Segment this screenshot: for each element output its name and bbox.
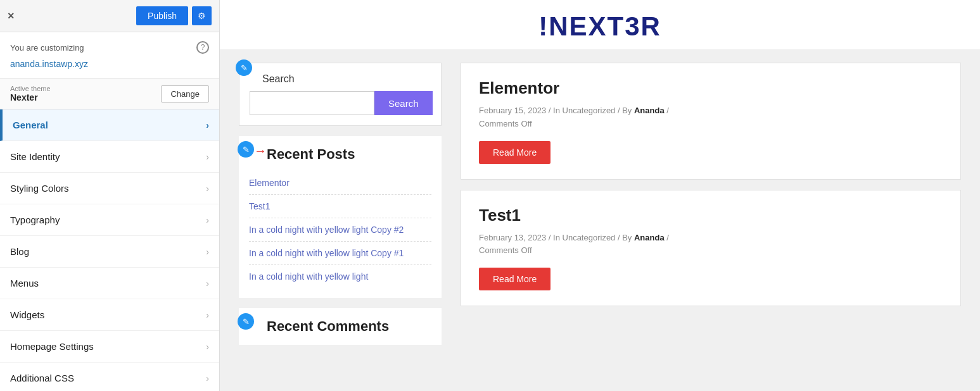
chevron-icon: › xyxy=(206,152,209,162)
chevron-icon: › xyxy=(206,278,209,289)
sidebar-item-styling-colors[interactable]: Styling Colors› xyxy=(0,173,219,204)
chevron-icon: › xyxy=(206,215,209,225)
read-more-button[interactable]: Read More xyxy=(479,268,550,290)
search-input[interactable] xyxy=(250,91,374,115)
main-content-area: ✎ Search Search ✎ → Recent Posts Element… xyxy=(220,50,980,357)
blog-card-meta: February 13, 2023 / In Uncategorized / B… xyxy=(479,232,943,258)
widgets-sidebar: ✎ Search Search ✎ → Recent Posts Element… xyxy=(239,63,442,345)
sidebar-item-homepage-settings[interactable]: Homepage Settings› xyxy=(0,331,219,363)
recent-posts-list: ElementorTest1In a cold night with yello… xyxy=(249,171,431,288)
menu-item-label: Additional CSS xyxy=(10,373,74,383)
top-bar: × Publish ⚙ xyxy=(0,0,219,32)
recent-post-link[interactable]: Test1 xyxy=(249,195,431,218)
blog-card: Test1 February 13, 2023 / In Uncategoriz… xyxy=(461,190,961,307)
search-widget: ✎ Search Search xyxy=(239,63,442,126)
gear-button[interactable]: ⚙ xyxy=(192,6,212,25)
theme-info: Active theme Nexter xyxy=(10,85,51,102)
menu-item-label: General xyxy=(13,120,48,130)
menu-item-label: Blog xyxy=(10,246,29,257)
customizing-bar: You are customizing ? xyxy=(0,32,219,59)
recent-comments-widget: ✎ Recent Comments xyxy=(239,308,442,345)
blog-card-title: Test1 xyxy=(479,206,943,225)
read-more-button[interactable]: Read More xyxy=(479,141,550,164)
theme-name: Nexter xyxy=(10,92,51,102)
search-submit-button[interactable]: Search xyxy=(374,91,433,115)
site-url-domain: instawp.xyz xyxy=(42,59,88,69)
sidebar-item-additional-css[interactable]: Additional CSS› xyxy=(0,363,219,391)
customizer-preview: !NEXT3R ✎ Search Search ✎ → Recent Posts… xyxy=(220,0,980,391)
recent-post-link[interactable]: In a cold night with yellow light Copy #… xyxy=(249,218,431,242)
recent-posts-title: Recent Posts xyxy=(249,146,431,163)
menu-item-label: Typography xyxy=(10,214,60,225)
site-header: !NEXT3R xyxy=(220,0,980,50)
theme-bar: Active theme Nexter Change xyxy=(0,78,219,109)
change-theme-button[interactable]: Change xyxy=(161,85,209,102)
blog-card: Elementor February 15, 2023 / In Uncateg… xyxy=(461,63,961,180)
chevron-icon: › xyxy=(206,310,209,320)
recent-comments-edit-icon[interactable]: ✎ xyxy=(238,313,254,330)
chevron-icon: › xyxy=(206,342,209,352)
blog-card-title: Elementor xyxy=(479,78,943,98)
sidebar-item-site-identity[interactable]: Site Identity› xyxy=(0,141,219,173)
sidebar-item-general[interactable]: General› xyxy=(0,109,219,141)
recent-comments-title: Recent Comments xyxy=(249,318,431,335)
arrow-indicator: → xyxy=(254,144,267,158)
menu-item-label: Widgets xyxy=(10,309,44,320)
recent-post-link[interactable]: Elementor xyxy=(249,171,431,195)
chevron-icon: › xyxy=(206,183,209,194)
active-theme-label: Active theme xyxy=(10,85,51,92)
search-widget-edit-icon[interactable]: ✎ xyxy=(236,59,252,76)
customizer-left-panel: × Publish ⚙ You are customizing ? ananda… xyxy=(0,0,220,391)
recent-post-link[interactable]: In a cold night with yellow light xyxy=(249,265,431,288)
sidebar-item-menus[interactable]: Menus› xyxy=(0,268,219,299)
recent-post-link[interactable]: In a cold night with yellow light Copy #… xyxy=(249,242,431,265)
menu-item-label: Homepage Settings xyxy=(10,341,94,352)
chevron-icon: › xyxy=(206,120,209,130)
sidebar-item-blog[interactable]: Blog› xyxy=(0,236,219,268)
sidebar-item-typography[interactable]: Typography› xyxy=(0,204,219,236)
search-widget-label: Search xyxy=(250,73,431,85)
chevron-icon: › xyxy=(206,247,209,257)
site-url-prefix: ananda. xyxy=(10,59,42,69)
publish-button[interactable]: Publish xyxy=(136,6,188,25)
blog-card-meta: February 15, 2023 / In Uncategorized / B… xyxy=(479,104,943,131)
menu-item-label: Site Identity xyxy=(10,151,60,162)
sidebar-item-widgets[interactable]: Widgets› xyxy=(0,299,219,331)
search-row: Search xyxy=(250,91,431,115)
close-button[interactable]: × xyxy=(8,9,15,23)
blog-posts-area: Elementor February 15, 2023 / In Uncateg… xyxy=(442,63,961,345)
recent-posts-widget: ✎ → Recent Posts ElementorTest1In a cold… xyxy=(239,136,442,298)
menu-item-label: Styling Colors xyxy=(10,183,69,194)
menu-item-label: Menus xyxy=(10,278,39,289)
site-logo: !NEXT3R xyxy=(538,11,661,42)
help-icon[interactable]: ? xyxy=(196,41,209,54)
site-url: ananda.instawp.xyz xyxy=(0,59,219,78)
menu-list: General›Site Identity›Styling Colors›Typ… xyxy=(0,109,219,391)
publish-area: Publish ⚙ xyxy=(136,6,212,25)
chevron-icon: › xyxy=(206,373,209,383)
recent-posts-edit-icon[interactable]: ✎ xyxy=(238,141,254,158)
customizing-label: You are customizing xyxy=(10,43,84,53)
